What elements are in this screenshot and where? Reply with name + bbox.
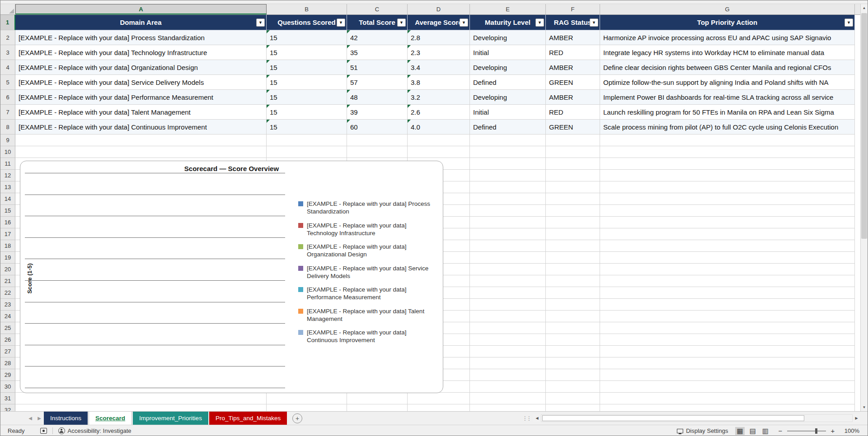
sheet-nav-right-icon[interactable]: ▶ (35, 412, 44, 425)
cell-C2[interactable]: 42 (347, 30, 408, 45)
legend-item[interactable]: [EXAMPLE - Replace with your data] Organ… (298, 243, 438, 259)
cell-F24[interactable] (546, 311, 600, 322)
cell-E25[interactable] (470, 322, 546, 334)
cell-G14[interactable] (600, 193, 855, 205)
row-header-22[interactable]: 22 (0, 287, 15, 299)
cell-F14[interactable] (546, 193, 600, 205)
row-header-12[interactable]: 12 (0, 170, 15, 181)
display-settings-button[interactable]: Display Settings (677, 427, 728, 434)
legend-item[interactable]: [EXAMPLE - Replace with your data] Conti… (298, 329, 438, 344)
cell-F12[interactable] (546, 170, 600, 181)
cell-E31[interactable] (470, 393, 546, 404)
cell-D5[interactable]: 3.8 (408, 75, 470, 90)
cell-E8[interactable]: Defined (470, 120, 546, 135)
cell-F2[interactable]: AMBER (546, 30, 600, 45)
cell-B6[interactable]: 15 (267, 90, 347, 105)
cell-G31[interactable] (600, 393, 855, 404)
cell-F25[interactable] (546, 322, 600, 334)
cell-F11[interactable] (546, 158, 600, 170)
cell-G4[interactable]: Define clear decision rights between GBS… (600, 60, 855, 75)
filter-icon[interactable]: ▼ (535, 19, 544, 27)
view-normal-icon[interactable]: ▦ (735, 427, 744, 435)
cell-E18[interactable] (470, 240, 546, 252)
cell-G20[interactable] (600, 264, 855, 275)
cell-E12[interactable] (470, 170, 546, 181)
cell-C9[interactable] (347, 135, 408, 146)
scroll-left-icon[interactable]: ◀ (533, 414, 541, 422)
cell-C6[interactable]: 48 (347, 90, 408, 105)
cell-A9[interactable] (15, 135, 267, 146)
column-header-C[interactable]: C (347, 4, 408, 14)
cell-D8[interactable]: 4.0 (408, 120, 470, 135)
cell-G5[interactable]: Optimize follow-the-sun support by align… (600, 75, 855, 90)
filter-icon[interactable]: ▼ (590, 19, 598, 27)
cell-G19[interactable] (600, 252, 855, 264)
cell-G24[interactable] (600, 311, 855, 322)
cell-D10[interactable] (408, 146, 470, 158)
cell-F18[interactable] (546, 240, 600, 252)
cell-E20[interactable] (470, 264, 546, 275)
cell-C3[interactable]: 35 (347, 45, 408, 60)
cell-F4[interactable]: AMBER (546, 60, 600, 75)
row-header-5[interactable]: 5 (0, 75, 15, 90)
cell-C5[interactable]: 57 (347, 75, 408, 90)
row-header-24[interactable]: 24 (0, 311, 15, 322)
cell-F26[interactable] (546, 334, 600, 346)
cell-G15[interactable] (600, 205, 855, 217)
cell-G17[interactable] (600, 228, 855, 240)
cell-G21[interactable] (600, 275, 855, 287)
cell-D6[interactable]: 3.2 (408, 90, 470, 105)
row-header-13[interactable]: 13 (0, 181, 15, 193)
add-sheet-button[interactable]: + (292, 413, 302, 423)
cell-B4[interactable]: 15 (267, 60, 347, 75)
cell-C1[interactable]: Total Score▼ (347, 15, 408, 30)
cell-E13[interactable] (470, 181, 546, 193)
cell-G32[interactable] (600, 404, 855, 411)
cell-B2[interactable]: 15 (267, 30, 347, 45)
row-header-7[interactable]: 7 (0, 105, 15, 120)
cell-E1[interactable]: Maturity Level▼ (470, 15, 546, 30)
cell-G11[interactable] (600, 158, 855, 170)
select-all-button[interactable] (0, 4, 15, 14)
cell-F5[interactable]: GREEN (546, 75, 600, 90)
row-header-23[interactable]: 23 (0, 299, 15, 311)
cell-F30[interactable] (546, 381, 600, 393)
cell-C7[interactable]: 39 (347, 105, 408, 120)
cell-G9[interactable] (600, 135, 855, 146)
row-header-1[interactable]: 1 (0, 15, 15, 30)
scorecard-chart[interactable]: Scorecard — Score Overview Score (1-5) [… (20, 161, 443, 393)
cell-A31[interactable] (15, 393, 267, 404)
cell-F13[interactable] (546, 181, 600, 193)
row-header-30[interactable]: 30 (0, 381, 15, 393)
cell-F16[interactable] (546, 217, 600, 228)
cell-F19[interactable] (546, 252, 600, 264)
cell-E4[interactable]: Developing (470, 60, 546, 75)
cell-F20[interactable] (546, 264, 600, 275)
cell-E7[interactable]: Initial (470, 105, 546, 120)
legend-item[interactable]: [EXAMPLE - Replace with your data] Proce… (298, 200, 438, 216)
cell-F6[interactable]: AMBER (546, 90, 600, 105)
cell-C4[interactable]: 51 (347, 60, 408, 75)
legend-item[interactable]: [EXAMPLE - Replace with your data] Techn… (298, 222, 438, 237)
cell-E30[interactable] (470, 381, 546, 393)
cell-A5[interactable]: [EXAMPLE - Replace with your data] Servi… (15, 75, 267, 90)
row-header-29[interactable]: 29 (0, 369, 15, 381)
cell-D3[interactable]: 2.3 (408, 45, 470, 60)
filter-icon[interactable]: ▼ (397, 19, 406, 27)
cell-B3[interactable]: 15 (267, 45, 347, 60)
column-header-F[interactable]: F (546, 4, 600, 14)
scroll-down-icon[interactable]: ▼ (861, 404, 868, 411)
row-header-10[interactable]: 10 (0, 146, 15, 158)
row-header-28[interactable]: 28 (0, 357, 15, 369)
row-header-17[interactable]: 17 (0, 228, 15, 240)
cell-F23[interactable] (546, 299, 600, 311)
cell-G8[interactable]: Scale process mining from pilot (AP) to … (600, 120, 855, 135)
cell-G16[interactable] (600, 217, 855, 228)
filter-icon[interactable]: ▼ (256, 19, 265, 27)
cell-G2[interactable]: Harmonize AP invoice processing across E… (600, 30, 855, 45)
cell-C32[interactable] (347, 404, 408, 411)
row-header-15[interactable]: 15 (0, 205, 15, 217)
cell-E9[interactable] (470, 135, 546, 146)
legend-item[interactable]: [EXAMPLE - Replace with your data] Perfo… (298, 286, 438, 301)
cell-G12[interactable] (600, 170, 855, 181)
